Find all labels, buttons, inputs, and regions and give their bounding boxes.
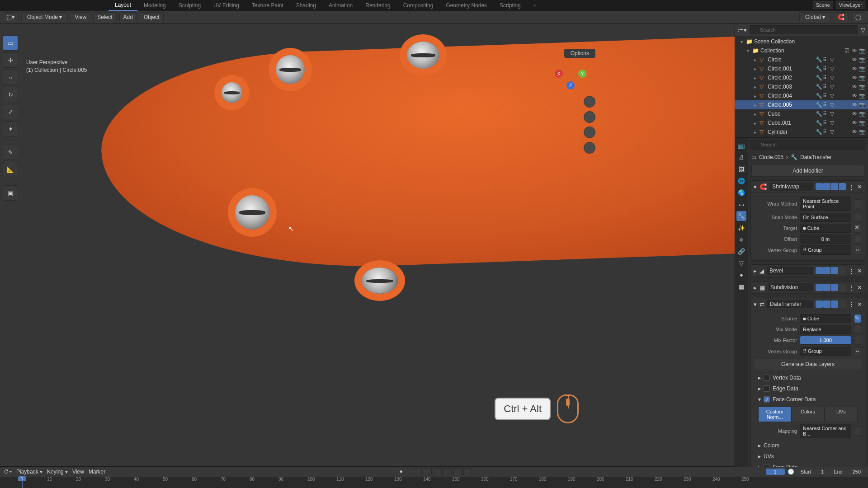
axis-y-icon[interactable]: Y xyxy=(578,70,586,78)
vg-icon[interactable]: ⠿ xyxy=(823,84,829,90)
tool-measure[interactable]: 📐 xyxy=(3,162,18,177)
options-button[interactable]: Options xyxy=(564,49,595,58)
prop-tab-output[interactable]: 🖨 xyxy=(736,152,746,162)
vh-menu-add[interactable]: Add xyxy=(119,12,137,22)
modifier-menu-icon[interactable]: ⋮ xyxy=(849,183,854,190)
modifier-datatransfer-header[interactable]: ▾⇄ DataTransfer ⋮ ✕ xyxy=(751,298,865,310)
modifier-display-toggles[interactable] xyxy=(816,300,846,308)
outliner-search[interactable] xyxy=(750,25,858,34)
mix-factor-value[interactable]: 1.000 xyxy=(800,336,851,345)
checkbox-icon[interactable]: ☑ xyxy=(844,47,851,54)
modifier-name[interactable]: DataTransfer xyxy=(767,300,813,308)
invert-icon[interactable]: ↔ xyxy=(854,347,861,356)
ws-tab-add[interactable]: + xyxy=(527,0,543,10)
nav-gizmo[interactable]: X Y Z xyxy=(555,58,586,89)
clear-icon[interactable]: ✕ xyxy=(854,224,861,233)
prop-tab-view[interactable]: 🖼 xyxy=(736,164,746,174)
play-reverse-icon[interactable] xyxy=(434,468,442,475)
close-icon[interactable]: ✕ xyxy=(857,183,862,190)
render-icon[interactable]: 📷 xyxy=(859,56,865,63)
mesh-icon[interactable]: ▽ xyxy=(830,84,836,90)
anim-dot[interactable] xyxy=(854,427,861,436)
prop-tab-particle[interactable]: ✨ xyxy=(736,223,746,233)
mesh-icon[interactable]: ▽ xyxy=(830,102,836,108)
vg-icon[interactable]: ⠿ xyxy=(823,56,829,63)
tl-menu-playback[interactable]: Playback ▾ xyxy=(16,469,42,475)
render-icon[interactable]: 📷 xyxy=(859,129,865,135)
tree-item[interactable]: ▸▽Cylinder🔧⠿▽👁📷 xyxy=(735,127,868,136)
modifier-icon[interactable]: 🔧 xyxy=(816,111,822,117)
prop-tab-object[interactable]: ▭ xyxy=(736,199,746,209)
render-icon[interactable]: 📷 xyxy=(859,75,865,81)
mode-select[interactable]: Object Mode ▾ xyxy=(21,12,68,22)
modifier-icon[interactable]: 🔧 xyxy=(816,102,822,108)
modifier-name[interactable]: Bevel xyxy=(767,267,813,275)
prop-tab-scene[interactable]: 🌐 xyxy=(736,176,746,186)
tool-move[interactable]: ↔ xyxy=(3,70,18,85)
target-field[interactable]: ■ Cube xyxy=(800,224,851,233)
modifier-shrinkwrap-header[interactable]: ▾🧲 Shrinkwrap ⋮ ✕ xyxy=(751,181,865,193)
jump-end-icon[interactable] xyxy=(463,468,472,475)
properties-search[interactable] xyxy=(750,140,865,150)
ws-tab-geonodes[interactable]: Geometry Nodes xyxy=(439,0,493,10)
snap-mode-select[interactable]: On Surface xyxy=(800,213,851,222)
prop-tab-world[interactable]: 🌎 xyxy=(736,188,746,197)
ws-tab-animation[interactable]: Animation xyxy=(322,0,359,10)
menu-edit[interactable]: Edit xyxy=(33,2,52,9)
vg-icon[interactable]: ⠿ xyxy=(823,120,829,126)
outliner-type-icon[interactable]: ≔▾ xyxy=(738,27,747,33)
tool-rotate[interactable]: ↻ xyxy=(3,87,18,102)
ws-tab-scripting[interactable]: Scripting xyxy=(493,0,527,10)
offset-value[interactable]: 0 m xyxy=(800,235,851,244)
mix-mode-select[interactable]: Replace xyxy=(800,325,851,334)
menu-file[interactable]: File xyxy=(15,2,33,9)
section-face-corner-data[interactable]: ▾✓Face Corner Data xyxy=(755,394,861,405)
axis-x-icon[interactable]: X xyxy=(555,70,563,78)
orientation-select[interactable]: Global ▾ xyxy=(799,12,831,22)
eye-icon[interactable]: 👁 xyxy=(852,47,858,54)
modifier-name[interactable]: Shrinkwrap xyxy=(769,183,813,191)
outliner-tree[interactable]: ▾📁 Scene Collection ▾📁 Collection ☑👁📷 ▸▽… xyxy=(735,36,868,137)
viewlayer-field[interactable]: ViewLayer xyxy=(836,1,865,9)
start-value[interactable]: 1 xyxy=(817,469,827,475)
autokey-toggle[interactable]: ● xyxy=(400,468,403,475)
render-icon[interactable]: 📷 xyxy=(859,120,865,126)
editor-type-icon[interactable]: ⬚▾ xyxy=(3,12,19,22)
tl-menu-marker[interactable]: Marker xyxy=(89,469,105,475)
add-modifier-button[interactable]: Add Modifier xyxy=(751,165,864,177)
mesh-icon[interactable]: ▽ xyxy=(830,66,836,72)
timeline-ruler[interactable]: 1102030405060708090100110120130140150160… xyxy=(0,477,868,488)
modifier-menu-icon[interactable]: ⋮ xyxy=(849,284,854,291)
render-icon[interactable]: 📷 xyxy=(859,102,865,108)
prop-tab-material[interactable]: ● xyxy=(736,270,746,280)
vg-icon[interactable]: ⠿ xyxy=(823,102,829,108)
tree-collection[interactable]: ▾📁 Collection ☑👁📷 xyxy=(735,46,868,55)
section-vertex-data[interactable]: ▸Vertex Data xyxy=(755,372,861,383)
section-uvs[interactable]: ▸UVs xyxy=(755,451,861,462)
ws-tab-uv[interactable]: UV Editing xyxy=(207,0,245,10)
modifier-display-toggles[interactable] xyxy=(816,183,846,190)
play-icon[interactable] xyxy=(443,468,452,475)
eye-icon[interactable]: 👁 xyxy=(852,66,858,72)
scene-field[interactable]: Scene xyxy=(813,1,833,9)
current-frame[interactable]: 1 xyxy=(766,469,785,475)
render-icon[interactable]: 📷 xyxy=(859,111,865,117)
checkbox-icon[interactable] xyxy=(764,375,770,381)
anim-dot[interactable] xyxy=(854,235,861,244)
tree-item[interactable]: ▸▽Circle.001🔧⠿▽👁📷 xyxy=(735,64,868,73)
wrap-method-select[interactable]: Nearest Surface Point xyxy=(800,197,851,211)
modifier-display-toggles[interactable] xyxy=(816,267,846,274)
prop-tab-constraint[interactable]: 🔗 xyxy=(736,246,746,256)
seg-uvs[interactable]: UVs xyxy=(825,407,858,422)
prev-key-icon[interactable] xyxy=(424,468,432,475)
modifier-subdivision-header[interactable]: ▸▦ Subdivision ⋮ ✕ xyxy=(751,282,865,294)
vg-field[interactable]: ⠿ Group xyxy=(800,245,851,255)
tree-item[interactable]: ▸▽Cube.001🔧⠿▽👁📷 xyxy=(735,118,868,127)
mesh-icon[interactable]: ▽ xyxy=(830,111,836,117)
properties-breadcrumb[interactable]: ▭ Circle.005 ›🔧 DataTransfer xyxy=(748,151,868,163)
tree-scene-collection[interactable]: ▾📁 Scene Collection xyxy=(735,37,868,46)
ws-tab-modeling[interactable]: Modeling xyxy=(137,0,172,10)
render-icon[interactable]: 📷 xyxy=(859,93,865,99)
camera-icon[interactable] xyxy=(584,127,595,138)
filter-icon[interactable]: ▽ xyxy=(861,27,865,33)
